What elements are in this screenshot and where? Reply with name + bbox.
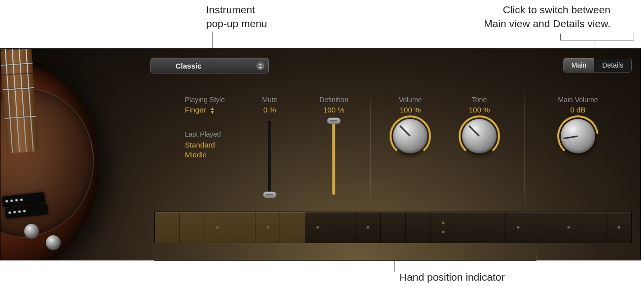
main-volume-label: Main Volume [551,96,605,104]
fret-cell[interactable] [481,212,506,243]
slider-thumb[interactable] [327,117,341,124]
last-played-group: Last Played Standard Middle [185,130,254,159]
tone-knob[interactable] [462,119,497,153]
parameters-area: Playing Style Finger ▲▼ Last Played Stan… [185,96,626,214]
callout-instrument-popup: Instrument pop-up menu [206,3,267,31]
playing-style-group: Playing Style Finger ▲▼ [185,96,239,114]
fret-cell[interactable] [431,212,456,243]
callout-view-switch: Click to switch between Main view and De… [484,3,610,31]
hand-position-indicator[interactable] [154,212,632,243]
definition-value: 100 % [309,106,358,114]
view-switch: Main Details [563,58,632,73]
fret-cell[interactable] [406,212,431,243]
volume-group: Volume 100 % [388,96,432,153]
volume-label: Volume [388,96,432,104]
mute-value: 0 % [250,106,289,114]
fret-cell[interactable] [581,212,607,243]
slider-thumb[interactable] [263,191,277,198]
tone-group: Tone 100 % [457,96,501,153]
mute-label: Mute [250,96,289,104]
fret-cell[interactable] [305,212,330,243]
fret-cell[interactable] [356,212,381,243]
instrument-panel: Classic Main Details Playing Style Finge… [0,48,641,260]
volume-knob[interactable] [393,119,428,153]
playing-style-value: Finger [185,106,206,114]
mute-group: Mute 0 % [250,96,289,195]
volume-value: 100 % [388,106,432,114]
fret-cell[interactable] [381,212,406,243]
view-main-button[interactable]: Main [564,58,594,72]
callout-bracket [154,260,537,261]
main-volume-group: Main Volume 0 dB [551,96,605,153]
main-volume-knob[interactable] [561,119,595,153]
callout-line [154,255,154,260]
tone-label: Tone [457,96,501,104]
mute-slider[interactable] [268,121,271,195]
definition-label: Definition [309,96,358,104]
playing-style-label: Playing Style [185,96,239,104]
fret-cell[interactable] [330,212,356,243]
instrument-popup-label: Classic [176,62,202,70]
instrument-artwork [0,48,129,260]
callout-line [394,260,395,272]
main-volume-value: 0 dB [551,106,605,114]
last-played-label: Last Played [185,130,254,138]
callout-bracket [560,34,634,40]
fret-cell[interactable] [280,212,305,243]
fret-cell[interactable] [456,212,481,243]
fret-cell[interactable] [230,212,255,243]
fret-cell[interactable] [506,212,531,243]
tone-value: 100 % [457,106,501,114]
popup-updown-icon [256,62,264,70]
updown-icon: ▲▼ [210,107,215,114]
callout-line [537,255,537,260]
fret-cell[interactable] [255,212,281,243]
instrument-popup-menu[interactable]: Classic [150,58,269,73]
fret-cell[interactable] [556,212,581,243]
callout-hand-position: Hand position indicator [399,270,505,284]
last-played-value: Standard Middle [185,140,254,159]
playing-style-selector[interactable]: Finger ▲▼ [185,106,239,114]
view-details-button[interactable]: Details [594,58,631,72]
fret-cell[interactable] [531,212,556,243]
fret-cell[interactable] [180,212,205,243]
fret-cell[interactable] [155,212,180,243]
definition-slider[interactable] [332,121,335,195]
definition-group: Definition 100 % [309,96,358,195]
fret-cell[interactable] [205,212,230,243]
fret-cell[interactable] [607,212,631,243]
